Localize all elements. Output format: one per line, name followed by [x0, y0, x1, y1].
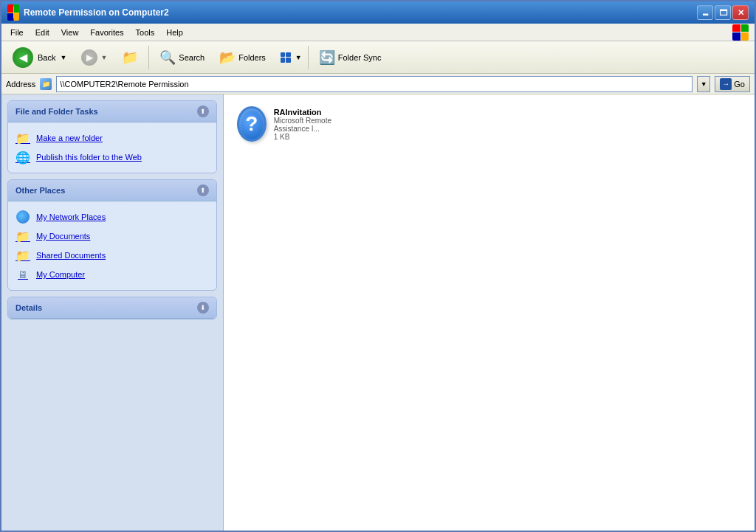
views-icon [281, 52, 291, 63]
menu-bar: File Edit View Favorites Tools Help [1, 24, 755, 41]
make-new-folder-link[interactable]: 📁 Make a new folder [16, 128, 209, 148]
file-name: RAInvitation [274, 108, 358, 117]
file-folder-tasks-section: File and Folder Tasks ⬆ 📁 Make a new fol… [7, 100, 217, 173]
left-panel: File and Folder Tasks ⬆ 📁 Make a new fol… [1, 94, 223, 531]
details-collapse[interactable]: ⬇ [197, 302, 209, 314]
folder-sync-button[interactable]: 🔄 Folder Sync [312, 46, 388, 69]
back-dropdown-icon[interactable]: ▼ [60, 54, 66, 61]
network-places-icon [16, 210, 30, 224]
folder-sync-label: Folder Sync [338, 53, 382, 62]
main-window: Remote Permission on Computer2 🗕 🗖 ✕ Fil… [0, 0, 756, 532]
views-dropdown-icon[interactable]: ▼ [295, 54, 302, 61]
my-documents-link[interactable]: 📁 My Documents [16, 227, 209, 246]
go-arrow-icon: → [720, 78, 732, 90]
back-button[interactable]: ◀ Back ▼ [6, 44, 73, 72]
address-input[interactable] [56, 76, 693, 92]
file-description: Microsoft Remote Assistance I... [274, 117, 358, 133]
menu-favorites[interactable]: Favorites [84, 27, 129, 38]
address-label: Address [6, 80, 35, 89]
menu-edit[interactable]: Edit [30, 27, 55, 38]
my-computer-label: My Computer [36, 270, 85, 279]
file-item[interactable]: ? RAInvitation Microsoft Remote Assistan… [231, 102, 364, 146]
toolbar: ◀ Back ▼ ▶ ▼ 📁 🔍 Search 📂 Folders [1, 41, 755, 74]
file-info: RAInvitation Microsoft Remote Assistance… [274, 108, 358, 141]
details-section: Details ⬇ [7, 297, 217, 319]
publish-folder-label: Publish this folder to the Web [36, 153, 142, 162]
titlebar-buttons: 🗕 🗖 ✕ [697, 5, 749, 20]
my-computer-icon: 🖥 [16, 267, 30, 282]
publish-folder-link[interactable]: 🌐 Publish this folder to the Web [16, 148, 209, 167]
menu-help[interactable]: Help [160, 27, 189, 38]
make-new-folder-label: Make a new folder [36, 134, 103, 142]
address-dropdown-button[interactable]: ▼ [697, 76, 710, 92]
minimize-button[interactable]: 🗕 [697, 5, 713, 20]
address-folder-icon: 📁 [40, 78, 52, 90]
forward-button[interactable]: ▶ ▼ [75, 46, 114, 69]
toolbar-separator-2 [308, 46, 309, 69]
close-button[interactable]: ✕ [732, 5, 749, 20]
file-folder-tasks-collapse[interactable]: ⬆ [197, 106, 209, 117]
shared-documents-link[interactable]: 📁 Shared Documents [16, 246, 209, 265]
toolbar-separator-1 [148, 46, 149, 69]
back-icon: ◀ [13, 47, 33, 68]
ra-invitation-icon: ? [237, 106, 267, 142]
folders-label: Folders [238, 53, 266, 62]
search-button[interactable]: 🔍 Search [153, 46, 211, 69]
my-network-places-link[interactable]: My Network Places [16, 207, 209, 227]
folders-button[interactable]: 📂 Folders [213, 46, 272, 69]
other-places-body: My Network Places 📁 My Documents 📁 Share… [8, 201, 216, 290]
up-icon: 📁 [122, 49, 138, 66]
make-folder-icon: 📁 [16, 131, 30, 145]
search-label: Search [179, 53, 205, 62]
folders-icon: 📂 [219, 49, 236, 66]
main-content: File and Folder Tasks ⬆ 📁 Make a new fol… [1, 94, 755, 531]
my-documents-icon: 📁 [16, 229, 30, 243]
other-places-header[interactable]: Other Places ⬆ [8, 180, 216, 201]
back-label: Back [38, 53, 55, 62]
file-folder-tasks-body: 📁 Make a new folder 🌐 Publish this folde… [8, 122, 216, 173]
other-places-section: Other Places ⬆ My Network Places 📁 [7, 179, 217, 291]
sync-icon: 🔄 [319, 49, 335, 66]
window-icon [7, 7, 19, 18]
publish-folder-icon: 🌐 [16, 150, 30, 165]
shared-documents-label: Shared Documents [36, 251, 106, 260]
file-size: 1 KB [274, 133, 358, 141]
my-documents-label: My Documents [36, 232, 90, 241]
go-button[interactable]: → Go [715, 76, 750, 92]
search-icon: 🔍 [159, 49, 176, 66]
file-area[interactable]: ? RAInvitation Microsoft Remote Assistan… [223, 94, 755, 531]
go-label: Go [734, 80, 745, 89]
menu-file[interactable]: File [4, 27, 30, 38]
forward-dropdown-icon[interactable]: ▼ [100, 54, 107, 61]
title-bar: Remote Permission on Computer2 🗕 🗖 ✕ [1, 1, 755, 24]
other-places-collapse[interactable]: ⬆ [197, 184, 209, 196]
forward-icon: ▶ [81, 49, 97, 66]
views-button[interactable]: ▼ [274, 49, 304, 66]
my-computer-link[interactable]: 🖥 My Computer [16, 265, 209, 284]
menu-tools[interactable]: Tools [130, 27, 161, 38]
menu-view[interactable]: View [55, 27, 85, 38]
file-folder-tasks-header[interactable]: File and Folder Tasks ⬆ [8, 101, 216, 122]
maximize-button[interactable]: 🗖 [715, 5, 731, 20]
file-folder-tasks-title: File and Folder Tasks [16, 107, 98, 116]
window-title: Remote Permission on Computer2 [24, 7, 697, 18]
up-button[interactable]: 📁 [115, 46, 145, 69]
address-bar: Address 📁 ▼ → Go [1, 74, 755, 94]
details-header[interactable]: Details ⬇ [8, 297, 216, 319]
other-places-title: Other Places [16, 186, 65, 195]
shared-documents-icon: 📁 [16, 248, 30, 263]
details-title: Details [16, 303, 42, 312]
my-network-places-label: My Network Places [36, 213, 106, 221]
